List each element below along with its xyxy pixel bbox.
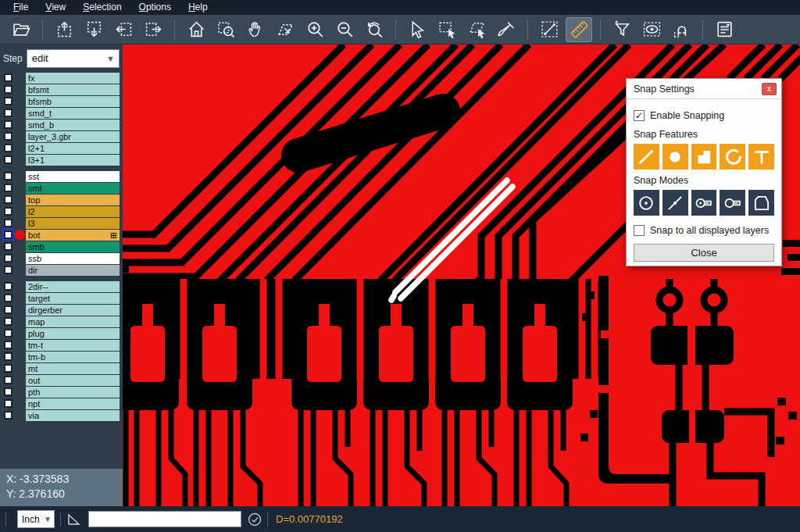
snap-circle-icon[interactable] (662, 144, 688, 170)
pan-down-icon[interactable] (80, 17, 107, 42)
snap-center-icon[interactable] (634, 190, 659, 216)
layer-checkbox[interactable] (4, 85, 12, 94)
open-folder-icon[interactable] (8, 17, 34, 42)
pan-left-icon[interactable] (110, 17, 137, 42)
layer-checkbox[interactable] (4, 230, 12, 239)
snap-magnet-icon[interactable] (668, 17, 695, 42)
clear-brush-icon[interactable] (493, 17, 520, 42)
layer-checkbox[interactable] (4, 73, 12, 82)
layer-checkbox[interactable] (4, 329, 12, 337)
layer-checkbox[interactable] (4, 242, 12, 251)
select-polygon-icon[interactable] (463, 17, 490, 42)
layer-label[interactable]: tm-t (26, 340, 120, 351)
layer-label[interactable]: smb (26, 241, 120, 252)
layer-checkbox[interactable] (4, 184, 12, 192)
filter-icon[interactable] (609, 17, 635, 42)
layer-checkbox[interactable] (4, 144, 12, 152)
menu-options[interactable]: Options (130, 0, 180, 15)
layer-checkbox[interactable] (4, 266, 12, 274)
report-form-icon[interactable] (711, 17, 738, 42)
layer-checkbox[interactable] (4, 317, 12, 326)
layer-checkbox[interactable] (4, 219, 12, 227)
close-button[interactable]: Close (634, 244, 774, 262)
layer-label[interactable]: l2+1 (26, 143, 120, 154)
pan-right-icon[interactable] (140, 17, 166, 42)
layer-checkbox[interactable] (4, 195, 12, 204)
layer-checkbox[interactable] (4, 155, 12, 164)
layer-checkbox[interactable] (4, 132, 12, 141)
home-icon[interactable] (183, 17, 209, 42)
layer-checkbox[interactable] (4, 97, 12, 105)
layer-checkbox[interactable] (4, 399, 12, 408)
menu-selection[interactable]: Selection (74, 0, 130, 15)
menu-view[interactable]: View (37, 0, 74, 15)
layer-label[interactable]: l2 (26, 206, 120, 217)
layer-label[interactable]: top (26, 195, 120, 205)
snap-line-icon[interactable] (634, 144, 659, 170)
layer-label[interactable]: bfsmb (26, 96, 120, 107)
layer-label[interactable]: bfsmt (26, 84, 120, 95)
layer-label[interactable]: sst (26, 171, 120, 182)
layer-label[interactable]: fx (26, 73, 120, 84)
layer-label[interactable]: map (26, 316, 120, 327)
layer-label[interactable]: out (26, 375, 120, 386)
layer-label[interactable]: plug (26, 328, 120, 339)
layer-checkbox[interactable] (4, 254, 12, 262)
layer-label[interactable]: mt (26, 363, 120, 374)
step-select[interactable]: edit ▼ (27, 49, 120, 68)
pan-up-icon[interactable] (51, 17, 77, 42)
dialog-titlebar[interactable]: Snap Settings x (627, 79, 781, 99)
layer-label[interactable]: dir (26, 265, 120, 276)
measure-distance-icon[interactable] (536, 17, 562, 42)
zoom-window-icon[interactable] (212, 17, 239, 42)
snap-text-icon[interactable] (748, 144, 774, 170)
menu-file[interactable]: File (5, 0, 37, 15)
layer-label[interactable]: dirgerber (26, 305, 120, 316)
close-icon[interactable]: x (762, 83, 777, 95)
snap-pad-icon[interactable] (691, 144, 717, 170)
snap-slot-center-icon[interactable] (691, 190, 717, 216)
all-layers-checkbox[interactable] (634, 225, 645, 236)
layer-checkbox[interactable] (4, 120, 12, 129)
layer-label[interactable]: l3+1 (26, 155, 120, 166)
layer-label[interactable]: smd_t (26, 108, 120, 119)
layer-checkbox[interactable] (4, 207, 12, 216)
snap-arc-icon[interactable] (720, 144, 745, 170)
pan-hand-icon[interactable] (242, 17, 269, 42)
layer-checkbox[interactable] (4, 109, 12, 117)
layer-checkbox[interactable] (4, 352, 12, 361)
layer-label[interactable]: tm-b (26, 352, 120, 362)
zoom-out-icon[interactable] (331, 17, 358, 42)
menu-help[interactable]: Help (180, 0, 216, 15)
layer-checkbox[interactable] (4, 411, 12, 420)
layer-checkbox[interactable] (4, 341, 12, 349)
layer-checkbox[interactable] (4, 305, 12, 314)
layer-checkbox[interactable] (4, 172, 12, 180)
layer-label[interactable]: ssb (26, 253, 120, 264)
zoom-previous-icon[interactable] (361, 17, 388, 42)
layer-checkbox[interactable] (4, 387, 12, 396)
layer-label[interactable]: pth (26, 387, 120, 398)
enable-snapping-checkbox[interactable]: ✓ (634, 110, 645, 121)
snap-midpoint-icon[interactable] (662, 190, 688, 216)
unit-select[interactable]: Inch ▼ (17, 510, 55, 528)
layer-checkbox[interactable] (4, 294, 12, 302)
ruler-icon[interactable] (566, 17, 592, 42)
select-arrow-icon[interactable] (404, 17, 430, 42)
layer-label[interactable]: npt (26, 398, 120, 409)
zoom-area-icon[interactable] (272, 17, 298, 42)
layer-checkbox[interactable] (4, 282, 12, 291)
layer-label[interactable]: l3 (26, 218, 120, 229)
layer-checkbox[interactable] (4, 364, 12, 373)
zoom-in-icon[interactable] (302, 17, 328, 42)
layer-label[interactable]: bot⊞ (26, 230, 120, 241)
layer-label[interactable]: via (26, 410, 120, 421)
layer-label[interactable]: smt (26, 183, 120, 194)
layer-label[interactable]: target (26, 293, 120, 304)
command-input[interactable] (88, 511, 241, 527)
select-rectangle-icon[interactable] (434, 17, 460, 42)
layer-label[interactable]: smd_b (26, 120, 120, 130)
layer-label[interactable]: 2dir-- (26, 281, 120, 292)
circle-check-icon[interactable] (248, 512, 262, 527)
snap-slot-outline-icon[interactable] (720, 190, 745, 216)
